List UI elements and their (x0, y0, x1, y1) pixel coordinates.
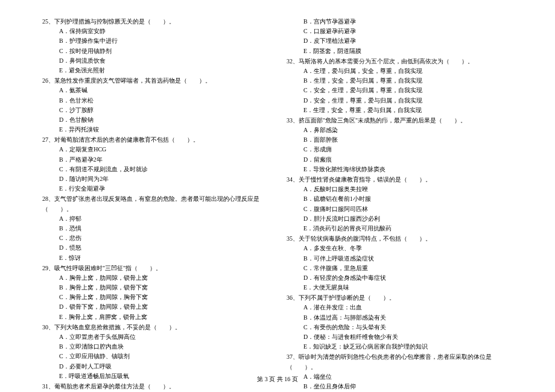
option: E．知识缺乏：缺乏冠心病居家自我护理的知识 (303, 342, 513, 352)
option: D．胆汁反流时口服西沙必利 (303, 214, 513, 224)
options: A．保持病室安静B．护理操作集中进行C．按时使用镇静剂D．鼻饲流质饮食E．避免强… (42, 27, 268, 75)
question-text: 34、关于慢性肾炎健康教育指导，错误的是（ ）。 (287, 175, 513, 185)
option: C．口服避孕药避孕 (303, 27, 513, 36)
question: B．宫内节孕器避孕C．口服避孕药避孕D．皮下埋植法避孕E．阴茎套，阴道隔膜 (287, 17, 513, 56)
option: A．定期复查HCG (59, 145, 268, 154)
question: 32、马斯洛将人的基本需要分为五个层次，由低到高依次为（ ）。A．生理，爱与归属… (287, 57, 513, 115)
option: E．惊讶 (59, 253, 268, 263)
option: C．常伴腹痛，里急后重 (303, 264, 513, 273)
option: B．硫糖铝在餐前1小时服 (303, 194, 513, 204)
question-text: 29、吸气性呼吸困难时"三凹征"指（ ）。 (42, 264, 268, 273)
option: B．护理操作集中进行 (59, 36, 268, 46)
option: D．便秘：与进食粗纤维食物少有关 (303, 332, 513, 342)
page-footer: 第 3 页 共 16 页 (0, 375, 555, 384)
options: A．定期复查HCGB．严格避孕2年C．有阴道不规则流血，及时就诊D．随访时间为2… (42, 145, 268, 194)
question: 30、下列大咯血窒息抢救措施，不妥的是（ ）。A．立即置患者于头低脚高位B．立即… (42, 323, 268, 381)
option: C．立即应用镇静、镇咳剂 (59, 352, 268, 361)
options: A．氨茶碱B．色甘米松C．沙丁胺醇D．色甘酸钠E．异丙托溴铵 (42, 86, 268, 134)
option: C．形成痈 (303, 145, 513, 154)
option: A．氨茶碱 (59, 86, 268, 95)
option: E．导致化脓性海绵状静脉窦炎 (303, 165, 513, 174)
option: E．异丙托溴铵 (59, 125, 268, 134)
question-text: 27、对葡萄胎清宫术后的患者的健康教育不包括（ ）。 (42, 135, 268, 145)
options: A．立即置患者于头低脚高位B．立即清除口腔内血块C．立即应用镇静、镇咳剂D．必要… (42, 332, 268, 381)
question: 35、关于轮状病毒肠炎的腹泻特点，不包括（ ）。A．多发生在秋、冬季B．可伴上呼… (287, 234, 513, 292)
question-text: 30、下列大咯血窒息抢救措施，不妥的是（ ）。 (42, 323, 268, 332)
right-column: B．宫内节孕器避孕C．口服避孕药避孕D．皮下埋植法避孕E．阴茎套，阴道隔膜32、… (287, 17, 513, 392)
question: 28、支气管扩张患者出现反复咯血，有窒息的危险。患者最可能出现的心理反应是（ ）… (42, 194, 268, 262)
options: A．多发生在秋、冬季B．可伴上呼吸道感染症状C．常伴腹痛，里急后重D．有轻度的全… (287, 244, 513, 292)
option: B．可伴上呼吸道感染症状 (303, 254, 513, 264)
option: B．立即清除口腔内血块 (59, 342, 268, 352)
option: E．阴茎套，阴道隔膜 (303, 46, 513, 56)
options: A．鼻部感染B．面部肿胀C．形成痈D．留瘢痕E．导致化脓性海绵状静脉窦炎 (287, 125, 513, 174)
option: A．立即置患者于头低脚高位 (59, 332, 268, 342)
option: B．宫内节孕器避孕 (303, 17, 513, 27)
option: E．生理，安全，尊重，爱与归属，自我实现 (303, 106, 513, 115)
option: A．多发生在秋、冬季 (303, 244, 513, 253)
option: C．沙丁胺醇 (59, 106, 268, 115)
question-text: 25、下列护理措施与控制惊厥无关的是（ ）。 (42, 17, 268, 27)
option: D．留瘢痕 (303, 155, 513, 165)
question: 29、吸气性呼吸困难时"三凹征"指（ ）。A．胸骨上窝，肋间隙，锁骨上窝B．胸骨… (42, 264, 268, 322)
question: 37、听诊时为清楚的听到急性心包炎患者的心包摩擦音，患者应采取的体位是（ ）。A… (287, 352, 513, 392)
option: E．行安全期避孕 (59, 184, 268, 194)
option: D．随访时间为2年 (59, 174, 268, 184)
option: C．有阴道不规则流血，及时就诊 (59, 165, 268, 174)
question: 26、某急性发作重度的支气管哮喘者，其首选药物是（ ）。A．氨茶碱B．色甘米松C… (42, 76, 268, 134)
options: B．宫内节孕器避孕C．口服避孕药避孕D．皮下埋植法避孕E．阴茎套，阴道隔膜 (287, 17, 513, 56)
option: A．抑郁 (59, 214, 268, 224)
left-column: 25、下列护理措施与控制惊厥无关的是（ ）。A．保持病室安静B．护理操作集中进行… (42, 17, 268, 392)
option: D．皮下埋植法避孕 (303, 36, 513, 46)
option: E．避免强光照射 (59, 66, 268, 75)
option: D．安全，生理，尊重，爱与归属，自我实现 (303, 96, 513, 106)
question-text: 32、马斯洛将人的基本需要分为五个层次，由低到高依次为（ ）。 (287, 57, 513, 66)
option: D．必要时人工呼吸 (59, 362, 268, 371)
question: 33、挤压面部"危险三角区"未成熟的疖，最严重的后果是（ ）。A．鼻部感染B．面… (287, 116, 513, 174)
option: D．愤怒 (59, 243, 268, 253)
options: A．潜在并发症：出血B．体温过高：与肺部感染有关C．有受伤的危险：与头晕有关D．… (287, 303, 513, 352)
options: A．抑郁B．恐惧C．悲伤D．愤怒E．惊讶 (42, 214, 268, 263)
option: E．胸骨上窝，肩胛窝，锁骨上窝 (59, 312, 268, 322)
question: 34、关于慢性肾炎健康教育指导，错误的是（ ）。A．反酸时口服奥美拉唑B．硫糖铝… (287, 175, 513, 233)
option: C．胸骨上窝，肋间隙，胸骨下窝 (59, 292, 268, 302)
question-text: 36、下列不属于护理诊断的是（ ）。 (287, 293, 513, 303)
options: A．生理，爱与归属，安全，尊重，自我实现B．生理，安全，爱与归属，尊重，自我实现… (287, 66, 513, 115)
option: A．保持病室安静 (59, 27, 268, 36)
options: A．反酸时口服奥美拉唑B．硫糖铝在餐前1小时服C．腹痛时口服阿司匹林D．胆汁反流… (287, 185, 513, 233)
option: B．面部肿胀 (303, 135, 513, 145)
option: D．锁骨下窝，肋间隙，锁骨上窝 (59, 302, 268, 312)
option: A．生理，爱与归属，安全，尊重，自我实现 (303, 66, 513, 76)
option: C．腹痛时口服阿司匹林 (303, 204, 513, 214)
option: A．胸骨上窝，肋间隙，锁骨上窝 (59, 273, 268, 283)
option: A．潜在并发症：出血 (303, 303, 513, 312)
question-text: 35、关于轮状病毒肠炎的腹泻特点，不包括（ ）。 (287, 234, 513, 244)
question: 36、下列不属于护理诊断的是（ ）。A．潜在并发症：出血B．体温过高：与肺部感染… (287, 293, 513, 352)
option: B．胸骨上窝，肋间隙，锁骨下窝 (59, 283, 268, 292)
option: E．消炎药引起的胃炎可用抗酸药 (303, 224, 513, 233)
option: B．恐惧 (59, 224, 268, 233)
option: A．反酸时口服奥美拉唑 (303, 185, 513, 194)
options: A．胸骨上窝，肋间隙，锁骨上窝B．胸骨上窝，肋间隙，锁骨下窝C．胸骨上窝，肋间隙… (42, 273, 268, 322)
option: A．鼻部感染 (303, 125, 513, 135)
option: C．按时使用镇静剂 (59, 46, 268, 56)
question-text: 28、支气管扩张患者出现反复咯血，有窒息的危险。患者最可能出现的心理反应是（ ）… (42, 194, 268, 213)
question-text: 37、听诊时为清楚的听到急性心包炎患者的心包摩擦音，患者应采取的体位是（ ）。 (287, 352, 513, 371)
question-text: 33、挤压面部"危险三角区"未成熟的疖，最严重的后果是（ ）。 (287, 116, 513, 125)
option: C．安全，生理，爱与归属，尊重，自我实现 (303, 86, 513, 95)
option: D．鼻饲流质饮食 (59, 56, 268, 66)
question: 27、对葡萄胎清宫术后的患者的健康教育不包括（ ）。A．定期复查HCGB．严格避… (42, 135, 268, 194)
option: B．严格避孕2年 (59, 155, 268, 165)
option: C．悲伤 (59, 233, 268, 243)
option: B．体温过高：与肺部感染有关 (303, 313, 513, 323)
question: 25、下列护理措施与控制惊厥无关的是（ ）。A．保持病室安静B．护理操作集中进行… (42, 17, 268, 75)
option: E．大便无腥臭味 (303, 283, 513, 292)
option: D．色甘酸钠 (59, 115, 268, 125)
option: D．有轻度的全身感染中毒症状 (303, 273, 513, 283)
question-text: 26、某急性发作重度的支气管哮喘者，其首选药物是（ ）。 (42, 76, 268, 86)
option: C．有受伤的危险：与头晕有关 (303, 323, 513, 332)
option: B．色甘米松 (59, 96, 268, 106)
option: B．生理，安全，爱与归属，尊重，自我实现 (303, 76, 513, 86)
